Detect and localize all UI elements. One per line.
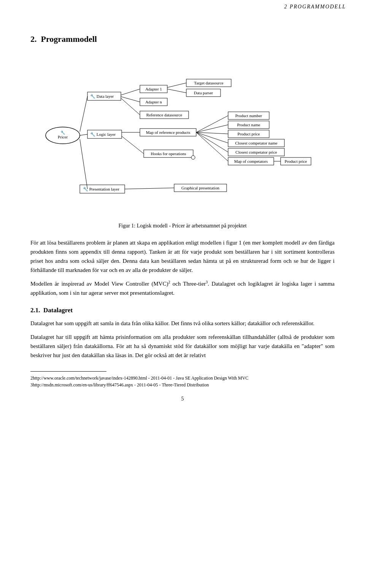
svg-text:Reference datasource: Reference datasource (146, 113, 182, 117)
svg-text:Closest competator price: Closest competator price (235, 150, 277, 154)
footnote-divider (30, 371, 106, 372)
chapter-title: 2. Programmodell (30, 34, 335, 44)
svg-line-23 (121, 97, 140, 102)
svg-text:Data parser: Data parser (194, 91, 213, 95)
svg-text:Adapter n: Adapter n (145, 100, 162, 104)
footnote-2: 2http://www.oracle.com/technetwork/javas… (30, 375, 335, 381)
svg-line-51 (196, 132, 228, 134)
diagram-container: 🔧 Pricer 🔧 Data layer 🔧 Logic layer 🔧 Pr… (30, 56, 335, 215)
svg-text:Pricer: Pricer (58, 135, 68, 139)
header-text: 2 PROGRAMMODELL (284, 4, 346, 10)
svg-line-10 (80, 134, 87, 135)
svg-text:🔧 Data layer: 🔧 Data layer (90, 94, 114, 99)
svg-text:Map of competators: Map of competators (234, 159, 268, 164)
svg-text:Map of reference products: Map of reference products (146, 130, 190, 135)
svg-line-11 (80, 139, 87, 189)
svg-text:Target datasource: Target datasource (194, 81, 224, 85)
svg-text:Hooks for operations: Hooks for operations (151, 151, 186, 156)
svg-line-52 (196, 132, 228, 143)
page-number: 5 (30, 396, 335, 402)
svg-text:🔧 Logic layer: 🔧 Logic layer (90, 132, 116, 137)
svg-line-54 (196, 132, 228, 161)
figure-caption: Figur 1: Logisk modell - Pricer är arbet… (30, 223, 335, 229)
svg-line-57 (125, 188, 174, 189)
footnote-3: 3http://msdn.microsoft.com/en-us/library… (30, 381, 335, 388)
paragraph-1: För att lösa beställarens problem är pla… (30, 238, 335, 275)
paragraph-2: Modellen är inspirerad av Model View Con… (30, 279, 335, 297)
svg-line-25 (167, 83, 186, 87)
page-content: 2. Programmodell 🔧 Pricer 🔧 Data layer 🔧… (0, 0, 365, 432)
svg-line-50 (196, 125, 228, 132)
svg-text:Closest competator name: Closest competator name (235, 141, 277, 145)
svg-text:Graphical presentation: Graphical presentation (181, 186, 219, 190)
svg-text:Product name: Product name (237, 122, 260, 127)
architecture-diagram: 🔧 Pricer 🔧 Data layer 🔧 Logic layer 🔧 Pr… (42, 56, 323, 215)
svg-text:Product price: Product price (285, 159, 307, 164)
svg-text:🔧 Presentation layer: 🔧 Presentation layer (83, 186, 119, 192)
paragraph-4: Datalagret har till uppgift att hämta pr… (30, 332, 335, 360)
svg-line-24 (121, 98, 140, 115)
paragraph-3: Datalagret har som uppgift att samla in … (30, 319, 335, 328)
svg-text:Adapter 1: Adapter 1 (145, 87, 162, 91)
svg-text:Product number: Product number (235, 113, 262, 118)
svg-line-33 (122, 136, 144, 154)
svg-line-9 (80, 96, 87, 132)
svg-text:Product price: Product price (238, 132, 260, 136)
page-header: 2 PROGRAMMODELL (284, 4, 346, 10)
section-title-datalagret: 2.1. Datalagret (30, 307, 335, 314)
svg-line-49 (196, 116, 228, 132)
svg-line-22 (121, 89, 140, 95)
svg-line-26 (167, 89, 186, 93)
svg-line-53 (196, 132, 228, 152)
svg-point-31 (191, 156, 195, 159)
